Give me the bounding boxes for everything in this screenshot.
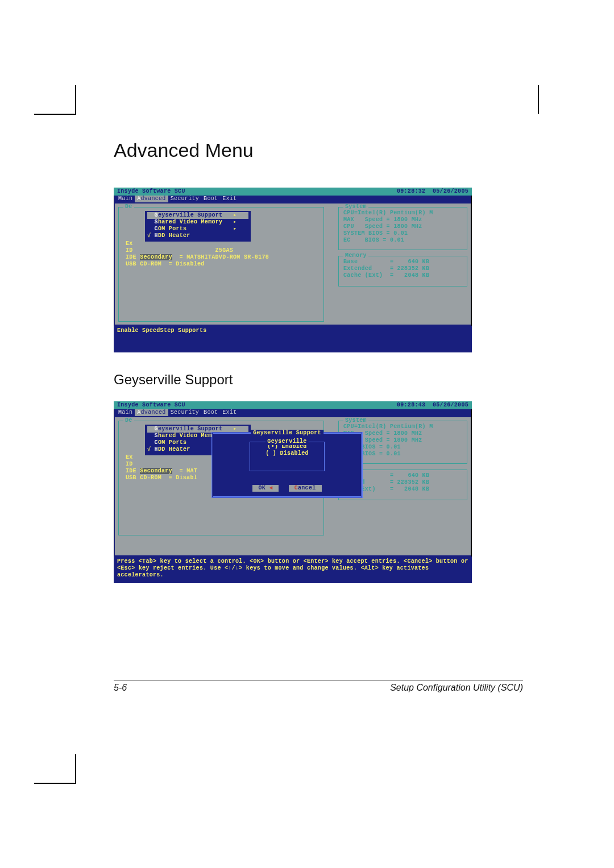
menubar-boot[interactable]: Boot bbox=[201, 196, 220, 202]
bios-header: Insyde Software SCU 09:28:32 05/26/2005 bbox=[114, 188, 472, 196]
info-line: Base = 640 KB bbox=[343, 259, 463, 265]
menubar-boot[interactable]: Boot bbox=[201, 409, 220, 416]
info-line: MAX Speed = 1800 MHz bbox=[343, 217, 463, 223]
bios-header-datetime: 09:28:32 05/26/2005 bbox=[397, 188, 468, 195]
bios-header-title: Insyde Software SCU bbox=[117, 188, 185, 195]
crop-mark bbox=[538, 85, 539, 114]
device-line: ID Z5GAS bbox=[126, 247, 319, 254]
menubar-main[interactable]: Main bbox=[116, 196, 135, 202]
info-line: EC BIOS = 0.01 bbox=[343, 237, 463, 244]
info-line: SYSTEM BIOS = 0.01 bbox=[343, 230, 463, 237]
crop-mark bbox=[34, 783, 76, 784]
info-line: Cache (Ext) = 2048 KB bbox=[343, 272, 463, 279]
system-info-panel: System CPU=Intel(R) Pentium(R) MMAX Spee… bbox=[338, 207, 467, 250]
bios-left-label: De bbox=[123, 203, 134, 210]
page-title: Advanced Menu bbox=[114, 139, 523, 161]
bios-work-area: De ExIDIDE Secondary = MATUSB CD-ROM = D… bbox=[115, 417, 471, 555]
bios-help-bar: Press <Tab> key to select a control. <OK… bbox=[114, 556, 472, 583]
system-info-text: CPU=Intel(R) Pentium(R) MMAX Speed = 180… bbox=[343, 210, 463, 244]
crop-mark bbox=[75, 754, 76, 783]
info-line: CPU=Intel(R) Pentium(R) M bbox=[343, 423, 463, 430]
submenu-shared-video-memory[interactable]: Shared Video Memory ▸ bbox=[147, 219, 248, 226]
crop-mark bbox=[34, 114, 76, 115]
advanced-submenu[interactable]: Geyserville Support ▸ Shared Video Memor… bbox=[145, 211, 251, 242]
ok-button[interactable]: OK ◄ bbox=[252, 485, 278, 492]
device-line: IDE Secondary = MATSHITADVD-ROM SR-8178 bbox=[126, 254, 319, 261]
dialog-radio-group[interactable]: Geyserville (•) Enabled ( ) Disabled bbox=[250, 442, 325, 471]
bios-screenshot-1: Insyde Software SCU 09:28:32 05/26/2005 … bbox=[114, 188, 472, 352]
geyserville-dialog: Geyserville Support Geyserville (•) Enab… bbox=[211, 432, 363, 498]
dialog-buttons: OK ◄ Cancel bbox=[213, 485, 361, 492]
bios-header-title: Insyde Software SCU bbox=[117, 402, 185, 409]
cancel-button[interactable]: Cancel bbox=[289, 485, 322, 492]
info-line: Extended = 228352 KB bbox=[343, 265, 463, 272]
memory-info-panel: Memory Base = 640 KBExtended = 228352 KB… bbox=[338, 256, 467, 286]
bios-left-label: De bbox=[123, 417, 134, 424]
menubar-exit[interactable]: Exit bbox=[220, 196, 239, 202]
dialog-title: Geyserville Support bbox=[251, 430, 323, 437]
crop-mark bbox=[75, 85, 76, 114]
submenu-hdd-heater[interactable]: √ HDD Heater bbox=[147, 232, 248, 239]
info-line: CPU Speed = 1800 MHz bbox=[343, 223, 463, 230]
submenu-geyserville-support[interactable]: Geyserville Support ▸ bbox=[147, 212, 248, 219]
page-number: 5-6 bbox=[114, 683, 127, 693]
menubar-exit[interactable]: Exit bbox=[220, 409, 239, 416]
bios-help-bar: Enable SpeedStep Supports bbox=[114, 326, 472, 352]
page-body: Advanced Menu Insyde Software SCU 09:28:… bbox=[114, 139, 523, 583]
menubar-main[interactable]: Main bbox=[116, 409, 135, 416]
bios-work-area: De ExID Z5GASIDE Secondary = MATSHITADVD… bbox=[115, 203, 471, 325]
radio-group-title: Geyserville bbox=[265, 438, 308, 445]
menubar-advanced[interactable]: Advanced bbox=[135, 196, 168, 202]
document-title: Setup Configuration Utility (SCU) bbox=[390, 683, 523, 693]
menubar-security[interactable]: Security bbox=[168, 409, 201, 416]
bios-menubar[interactable]: MainAdvancedSecurityBootExit bbox=[114, 196, 472, 203]
bios-header: Insyde Software SCU 09:28:43 05/26/2005 bbox=[114, 401, 472, 409]
bios-left-panel: De ExID Z5GASIDE Secondary = MATSHITADVD… bbox=[118, 207, 324, 322]
device-line: USB CD-ROM = Disabled bbox=[126, 261, 319, 268]
bios-menubar[interactable]: MainAdvancedSecurityBootExit bbox=[114, 409, 472, 417]
submenu-com-ports[interactable]: COM Ports ▸ bbox=[147, 226, 248, 232]
bios-screenshot-2: Insyde Software SCU 09:28:43 05/26/2005 … bbox=[114, 401, 472, 583]
section-heading: Geyserville Support bbox=[114, 372, 523, 388]
memory-info-text: Base = 640 KBExtended = 228352 KBCache (… bbox=[343, 259, 463, 279]
page-footer: 5-6 Setup Configuration Utility (SCU) bbox=[114, 680, 523, 693]
menubar-security[interactable]: Security bbox=[168, 196, 201, 202]
radio-disabled[interactable]: ( ) Disabled bbox=[250, 450, 324, 457]
menubar-advanced[interactable]: Advanced bbox=[135, 409, 168, 416]
enter-arrow-icon: ◄ bbox=[269, 485, 272, 491]
info-line: CPU=Intel(R) Pentium(R) M bbox=[343, 210, 463, 217]
bios-header-datetime: 09:28:43 05/26/2005 bbox=[397, 402, 468, 409]
